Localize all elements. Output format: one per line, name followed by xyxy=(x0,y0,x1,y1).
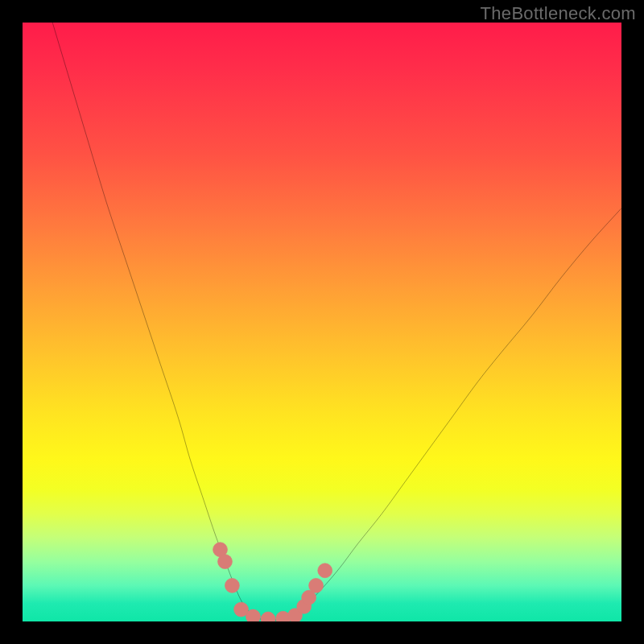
bottleneck-curve xyxy=(52,23,621,621)
watermark-text: TheBottleneck.com xyxy=(481,3,636,24)
curve-marker xyxy=(261,612,275,621)
plot-area xyxy=(23,23,621,621)
curve-marker xyxy=(309,578,324,592)
chart-frame: TheBottleneck.com xyxy=(0,0,644,644)
curve-markers xyxy=(213,543,332,621)
curve-marker xyxy=(246,609,261,621)
curve-marker xyxy=(218,555,233,569)
curve-layer xyxy=(23,23,621,621)
curve-marker xyxy=(225,578,239,592)
curve-marker xyxy=(318,564,332,578)
